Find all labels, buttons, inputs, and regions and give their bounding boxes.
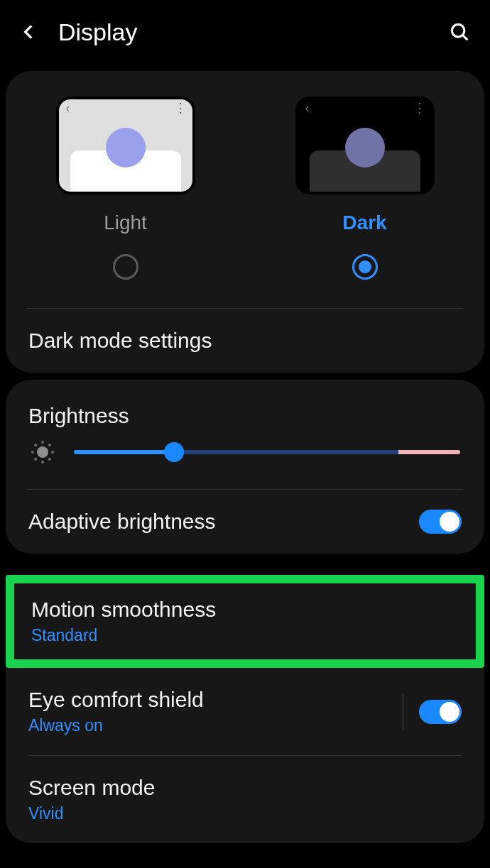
back-icon[interactable] bbox=[20, 23, 38, 41]
brightness-slider[interactable] bbox=[74, 441, 460, 463]
adaptive-brightness-row[interactable]: Adaptive brightness bbox=[6, 490, 484, 554]
adaptive-brightness-toggle[interactable] bbox=[419, 510, 462, 534]
svg-point-0 bbox=[452, 24, 464, 37]
page-title: Display bbox=[58, 18, 449, 46]
svg-line-1 bbox=[463, 35, 468, 40]
motion-smoothness-highlight: Motion smoothness Standard bbox=[6, 575, 484, 668]
theme-card: ‹ ⋮ Light ‹ ⋮ Dark Dark mod bbox=[6, 71, 484, 373]
search-icon[interactable] bbox=[449, 21, 470, 43]
eye-comfort-label: Eye comfort shield bbox=[28, 688, 403, 712]
eye-comfort-value: Always on bbox=[28, 716, 403, 735]
brightness-card: Brightness Adaptive brightness bbox=[6, 380, 484, 554]
screen-mode-row[interactable]: Screen mode Vivid bbox=[6, 756, 484, 843]
theme-preview-light: ‹ ⋮ bbox=[56, 97, 195, 194]
adaptive-brightness-label: Adaptive brightness bbox=[28, 510, 419, 534]
brightness-sun-icon bbox=[30, 439, 55, 465]
theme-preview-dark: ‹ ⋮ bbox=[295, 97, 435, 194]
more-icon: ⋮ bbox=[413, 100, 425, 116]
motion-smoothness-label: Motion smoothness bbox=[31, 598, 459, 622]
theme-option-light[interactable]: ‹ ⋮ Light bbox=[6, 97, 245, 280]
header: Display bbox=[0, 0, 490, 64]
slider-fill bbox=[74, 450, 174, 454]
chevron-left-icon: ‹ bbox=[66, 101, 70, 116]
more-icon: ⋮ bbox=[174, 100, 185, 116]
brightness-label: Brightness bbox=[28, 404, 462, 428]
theme-label-dark: Dark bbox=[342, 211, 386, 234]
slider-thumb[interactable] bbox=[164, 442, 184, 462]
vertical-separator bbox=[403, 694, 403, 730]
dark-mode-settings-label: Dark mode settings bbox=[28, 329, 462, 353]
chevron-left-icon: ‹ bbox=[305, 101, 310, 116]
brightness-control bbox=[6, 432, 484, 486]
screen-mode-label: Screen mode bbox=[28, 776, 462, 800]
radio-light[interactable] bbox=[113, 254, 138, 280]
theme-option-dark[interactable]: ‹ ⋮ Dark bbox=[245, 97, 484, 280]
motion-smoothness-value: Standard bbox=[31, 626, 459, 645]
dark-mode-settings-row[interactable]: Dark mode settings bbox=[6, 309, 484, 373]
theme-row: ‹ ⋮ Light ‹ ⋮ Dark bbox=[6, 71, 484, 292]
display-settings-continued: Eye comfort shield Always on Screen mode… bbox=[6, 668, 484, 843]
slider-warn-zone bbox=[398, 450, 460, 454]
eye-comfort-toggle[interactable] bbox=[419, 700, 462, 724]
theme-label-light: Light bbox=[104, 211, 147, 234]
eye-comfort-row[interactable]: Eye comfort shield Always on bbox=[6, 668, 484, 755]
radio-dark[interactable] bbox=[352, 254, 378, 280]
screen-mode-value: Vivid bbox=[28, 804, 462, 823]
brightness-header-row: Brightness bbox=[6, 384, 484, 432]
motion-smoothness-row[interactable]: Motion smoothness Standard bbox=[14, 583, 476, 659]
